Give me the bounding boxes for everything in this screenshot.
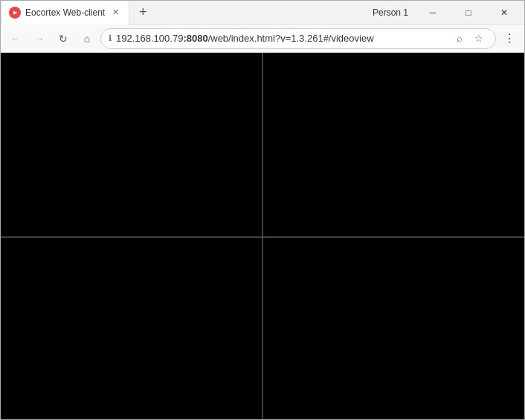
address-path: /web/index.html?v=1.3.261#/videoview: [208, 33, 374, 44]
reload-button[interactable]: ↻: [53, 28, 74, 49]
address-port: :8080: [183, 33, 207, 44]
video-cell-3[interactable]: [1, 237, 262, 421]
new-tab-button[interactable]: +: [132, 2, 153, 23]
minimize-button[interactable]: ─: [416, 1, 450, 25]
user-name: Person 1: [373, 7, 414, 18]
maximize-button[interactable]: □: [451, 1, 486, 25]
video-cell-2[interactable]: [262, 53, 524, 237]
video-grid: [1, 53, 524, 420]
window-controls: Person 1 ─ □ ✕: [373, 1, 524, 25]
titlebar: Eocortex Web-client ✕ + Person 1 ─ □ ✕: [1, 1, 524, 25]
video-cell-1[interactable]: [1, 53, 262, 237]
forward-button[interactable]: →: [29, 28, 50, 49]
address-actions: ⌕ ☆: [451, 30, 488, 48]
address-bar[interactable]: ℹ 192.168.100.79:8080/web/index.html?v=1…: [100, 28, 496, 49]
back-button[interactable]: ←: [5, 28, 26, 49]
video-cell-4[interactable]: [262, 237, 524, 421]
eocortex-logo: [9, 7, 21, 19]
search-icon-button[interactable]: ⌕: [451, 30, 468, 48]
tab-title: Eocortex Web-client: [25, 7, 105, 18]
close-button[interactable]: ✕: [487, 1, 521, 25]
address-host: 192.168.100.79: [116, 33, 183, 44]
browser-tab[interactable]: Eocortex Web-client ✕: [1, 1, 129, 25]
bookmark-button[interactable]: ☆: [470, 30, 488, 48]
tab-close-button[interactable]: ✕: [109, 7, 121, 19]
titlebar-left: Eocortex Web-client ✕ +: [1, 1, 373, 25]
browser-menu-button[interactable]: ⋮: [499, 28, 520, 49]
info-icon: ℹ: [109, 33, 112, 43]
navbar: ← → ↻ ⌂ ℹ 192.168.100.79:8080/web/index.…: [1, 25, 524, 53]
address-text: 192.168.100.79:8080/web/index.html?v=1.3…: [116, 33, 446, 44]
home-button[interactable]: ⌂: [77, 28, 97, 49]
